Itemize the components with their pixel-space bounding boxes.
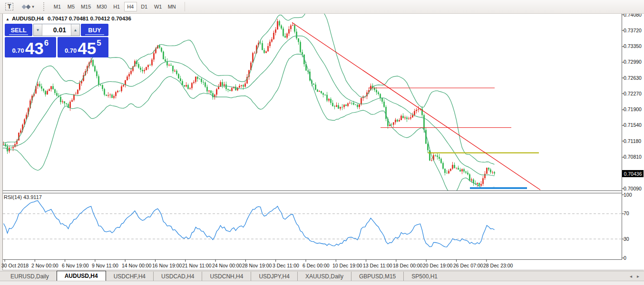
price-tick-label: 0.72630: [624, 75, 642, 81]
price-tick-label: 0.71540: [624, 122, 642, 128]
chart-tab-bar: EURUSD,DailyAUDUSD,H4USDCHF,H4USDCAD,H4U…: [0, 271, 644, 281]
time-tick-label: 6 Dec 00:00: [302, 263, 330, 268]
tab-audusd-h4[interactable]: AUDUSD,H4: [57, 271, 106, 281]
timeframe-group: M1M5M15M30H1H4D1W1MN: [50, 2, 179, 11]
text-tool-icon: T: [5, 3, 13, 10]
time-tick-label: 2 Nov 00:00: [31, 263, 59, 268]
time-tick-label: 20 Dec 19:00: [423, 263, 452, 268]
rsi-tick-label: 30: [624, 236, 629, 242]
tab-scroll-arrows: ◂▸: [630, 271, 644, 281]
timeframe-button-w1[interactable]: W1: [152, 2, 165, 11]
symbol-label: AUDUSD,H4: [12, 16, 44, 21]
volume-input[interactable]: 0.01: [42, 24, 71, 36]
toolbar-separator: [185, 2, 185, 11]
timeframe-button-d1[interactable]: D1: [138, 2, 151, 11]
toolbar-grip[interactable]: [43, 2, 47, 11]
time-tick-label: 24 Nov 00:00: [212, 263, 242, 268]
sell-price-point: 6: [44, 38, 49, 48]
time-tick-label: 28 Nov 19:00: [242, 263, 272, 268]
price-tick-label: 0.71180: [624, 138, 641, 144]
chevron-down-icon: ▾: [32, 4, 34, 9]
price-tick-label: 0.71900: [624, 106, 642, 112]
time-tick-label: 18 Dec 00:00: [393, 263, 422, 268]
price-tick-label: 0.73720: [624, 28, 642, 33]
diamond-icon: [26, 4, 31, 9]
ohlc-values: 0.70417 0.70481 0.70412 0.70436: [48, 16, 131, 21]
status-bar: [0, 281, 644, 285]
tab-usdcnh-h4[interactable]: USDCNH,H4: [202, 272, 251, 281]
price-tick-label: 0.72270: [624, 91, 642, 96]
timeframe-button-m5[interactable]: M5: [65, 2, 78, 11]
rsi-tick-label: 0: [624, 255, 626, 261]
price-tick-label: 0.72990: [624, 59, 642, 65]
timeframe-button-m1[interactable]: M1: [51, 2, 64, 11]
price-tick-label: 0.70810: [624, 154, 642, 160]
time-tick-label: 9 Nov 11:00: [92, 263, 118, 268]
text-tool-button[interactable]: T: [2, 1, 17, 12]
sell-price-prefix: 0.70: [12, 47, 24, 54]
volume-increase-button[interactable]: ▲: [71, 24, 79, 36]
sell-button[interactable]: SELL: [5, 24, 32, 36]
timeframe-button-h1[interactable]: H1: [110, 2, 123, 11]
time-tick-label: 30 Oct 2018: [1, 263, 29, 268]
time-tick-label: 10 Dec 19:00: [332, 263, 362, 268]
sell-price-display[interactable]: 0.70 43 6: [5, 37, 56, 57]
tab-scroll-left-icon[interactable]: ◂: [630, 274, 632, 279]
rsi-tick-label: 70: [624, 210, 629, 216]
buy-button[interactable]: BUY: [81, 24, 108, 36]
buy-price-display[interactable]: 0.70 45 5: [58, 37, 109, 57]
buy-price-prefix: 0.70: [65, 47, 77, 54]
one-click-trade-panel: SELL ▼ 0.01 ▲ BUY 0.70 43 6 0.70 45 5: [5, 24, 108, 57]
tab-gbpusd-m15[interactable]: GBPUSD,M15: [351, 272, 403, 281]
tab-sp500-h1[interactable]: SP500,H1: [403, 272, 445, 281]
rsi-indicator-label: RSI(14) 43.9117: [4, 194, 42, 200]
buy-price-pips: 45: [78, 41, 96, 56]
time-tick-label: 26 Dec 07:00: [453, 263, 483, 268]
time-tick-label: 28 Dec 23:00: [483, 263, 513, 268]
timeframe-button-m30[interactable]: M30: [94, 2, 109, 11]
toolbar: T ▾ M1M5M15M30H1H4D1W1MN: [0, 0, 644, 14]
tab-scroll-right-icon[interactable]: ▸: [637, 274, 639, 279]
timeframe-button-mn[interactable]: MN: [166, 2, 178, 11]
pane-splitter[interactable]: [0, 191, 644, 193]
time-tick-label: 21 Nov 11:00: [182, 263, 212, 268]
volume-control: ▼ 0.01 ▲: [33, 24, 80, 36]
volume-decrease-button[interactable]: ▼: [34, 24, 42, 36]
buy-price-point: 5: [97, 38, 101, 48]
timeframe-button-m15[interactable]: M15: [78, 2, 93, 11]
tab-usdcad-h4[interactable]: USDCAD,H4: [153, 272, 202, 281]
tab-usdchf-h4[interactable]: USDCHF,H4: [106, 272, 153, 281]
time-tick-label: 3 Dec 11:00: [273, 263, 299, 268]
window-left-edge: [0, 13, 3, 270]
time-tick-label: 13 Dec 11:00: [363, 263, 392, 268]
time-tick-label: 6 Nov 19:00: [62, 263, 89, 268]
tab-xauusd-daily[interactable]: XAUUSD,Daily: [297, 272, 351, 281]
time-tick-label: 16 Nov 19:00: [152, 263, 182, 268]
collapse-panel-icon[interactable]: ▲: [6, 17, 10, 21]
drawing-tool-button[interactable]: ▾: [19, 1, 38, 12]
price-tick-label: 0.73350: [624, 43, 642, 49]
tab-eurusd-daily[interactable]: EURUSD,Daily: [3, 272, 57, 281]
tab-usdjpy-h4[interactable]: USDJPY,H4: [251, 272, 297, 281]
timeframe-button-h4[interactable]: H4: [124, 2, 137, 11]
time-tick-label: 14 Nov 00:00: [122, 263, 151, 268]
chart-title: ▲AUDUSD,H40.70417 0.70481 0.70412 0.7043…: [6, 16, 131, 21]
sell-price-pips: 43: [25, 41, 44, 56]
last-price-badge: 0.70436: [622, 170, 644, 177]
